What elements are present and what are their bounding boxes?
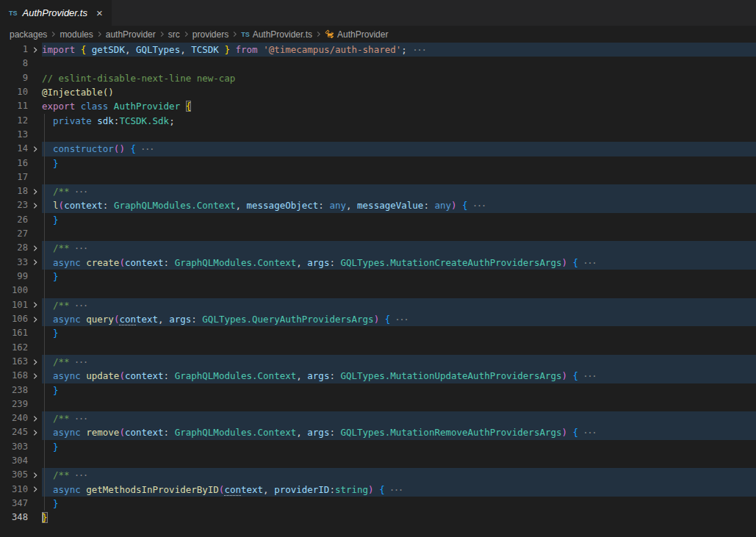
code-line-content[interactable]: async getMethodsInProviderByID(context, … [42, 483, 756, 497]
tab-authprovider-ts[interactable]: TS AuthProvider.ts × [0, 0, 112, 26]
code-line[interactable]: 347 } [0, 497, 756, 511]
code-editor[interactable]: 1import { getSDK, GQLTypes, TCSDK } from… [0, 43, 756, 525]
code-line[interactable]: 348} [0, 511, 756, 525]
code-line-content[interactable]: /** ··· [42, 241, 756, 255]
code-line-content[interactable] [42, 170, 756, 184]
code-line-content[interactable]: } [42, 326, 756, 340]
code-line-content[interactable]: l(context: GraphQLModules.Context, messa… [42, 198, 756, 212]
code-line-content[interactable]: /** ··· [42, 411, 756, 425]
code-line[interactable]: 11export class AuthProvider { [0, 99, 756, 113]
code-line[interactable]: 17 [0, 170, 756, 184]
code-line-content[interactable]: /** ··· [42, 355, 756, 369]
fold-chevron-icon[interactable] [28, 43, 42, 57]
code-line[interactable]: 16 } [0, 156, 756, 170]
code-line-content[interactable]: /** ··· [42, 298, 756, 312]
fold-chevron-icon[interactable] [28, 411, 42, 425]
code-line[interactable]: 8 [0, 57, 756, 71]
code-line-content[interactable] [42, 397, 756, 411]
code-line-content[interactable]: } [42, 383, 756, 397]
code-line-content[interactable]: /** ··· [42, 468, 756, 482]
code-line-content[interactable]: async query(context, args: GQLTypes.Quer… [42, 312, 756, 326]
code-line-content[interactable]: } [42, 497, 756, 511]
code-line-content[interactable]: async update(context: GraphQLModules.Con… [42, 369, 756, 383]
code-line[interactable]: 28 /** ··· [0, 241, 756, 255]
code-line[interactable]: 238 } [0, 383, 756, 397]
code-line[interactable]: 33 async create(context: GraphQLModules.… [0, 256, 756, 270]
code-token: AuthProvider [114, 101, 180, 112]
code-line[interactable]: 245 async remove(context: GraphQLModules… [0, 425, 756, 439]
breadcrumb-item-modules[interactable]: modules [60, 29, 93, 40]
code-line-content[interactable]: async remove(context: GraphQLModules.Con… [42, 425, 756, 439]
code-line-content[interactable]: @Injectable() [42, 85, 756, 99]
code-line-content[interactable]: // eslint-disable-next-line new-cap [42, 71, 756, 85]
code-line-content[interactable] [42, 57, 756, 71]
breadcrumb-item-src[interactable]: src [168, 29, 180, 40]
code-token: export [42, 101, 75, 112]
code-line-content[interactable] [42, 341, 756, 355]
code-line[interactable]: 240 /** ··· [0, 411, 756, 425]
code-line-content[interactable] [42, 454, 756, 468]
code-line-content[interactable] [42, 227, 756, 241]
fold-chevron-icon[interactable] [28, 425, 42, 439]
code-line[interactable]: 239 [0, 397, 756, 411]
breadcrumb-item-authprovider[interactable]: authProvider [106, 29, 156, 40]
code-line[interactable]: 168 async update(context: GraphQLModules… [0, 369, 756, 383]
code-line-content[interactable] [42, 128, 756, 142]
fold-chevron-icon[interactable] [28, 355, 42, 369]
breadcrumb-item-authprovider[interactable]: AuthProvider [325, 29, 388, 40]
code-line-content[interactable] [42, 284, 756, 298]
code-line-content[interactable]: } [42, 270, 756, 284]
code-line-content[interactable]: } [42, 213, 756, 227]
code-line-content[interactable]: import { getSDK, GQLTypes, TCSDK } from … [42, 43, 756, 57]
breadcrumb-item-providers[interactable]: providers [192, 29, 228, 40]
code-line[interactable]: 1import { getSDK, GQLTypes, TCSDK } from… [0, 43, 756, 57]
code-token [379, 314, 385, 325]
code-line[interactable]: 161 } [0, 326, 756, 340]
fold-chevron-icon[interactable] [28, 468, 42, 482]
code-line[interactable]: 9// eslint-disable-next-line new-cap [0, 71, 756, 85]
code-line[interactable]: 13 [0, 128, 756, 142]
fold-chevron-icon[interactable] [28, 198, 42, 212]
fold-chevron-icon[interactable] [28, 312, 42, 326]
code-line-content[interactable]: constructor() { ··· [42, 142, 756, 156]
code-line[interactable]: 101 /** ··· [0, 298, 756, 312]
code-line-content[interactable]: private sdk:TCSDK.Sdk; [42, 114, 756, 128]
fold-chevron-icon[interactable] [28, 241, 42, 255]
code-line[interactable]: 305 /** ··· [0, 468, 756, 482]
code-line[interactable]: 163 /** ··· [0, 355, 756, 369]
chevron-right-icon [231, 30, 239, 38]
code-line-content[interactable]: } [42, 511, 756, 525]
code-line[interactable]: 99 } [0, 270, 756, 284]
code-token: ··· [412, 44, 425, 55]
fold-chevron-icon[interactable] [28, 298, 42, 312]
code-line[interactable]: 18 /** ··· [0, 184, 756, 198]
fold-chevron-icon[interactable] [28, 483, 42, 497]
code-line-content[interactable]: /** ··· [42, 184, 756, 198]
breadcrumb-item-packages[interactable]: packages [10, 29, 47, 40]
code-line[interactable]: 27 [0, 227, 756, 241]
fold-chevron-icon[interactable] [28, 142, 42, 156]
code-line-content[interactable]: export class AuthProvider { [42, 99, 756, 113]
code-line[interactable]: 304 [0, 454, 756, 468]
fold-chevron-icon[interactable] [28, 369, 42, 383]
code-line[interactable]: 23 l(context: GraphQLModules.Context, me… [0, 198, 756, 212]
code-line-content[interactable]: } [42, 440, 756, 454]
code-line-content[interactable]: } [42, 156, 756, 170]
tab-label: AuthProvider.ts [23, 7, 87, 18]
code-token: text [241, 484, 263, 495]
code-line-content[interactable]: async create(context: GraphQLModules.Con… [42, 256, 756, 270]
code-line[interactable]: 26 } [0, 213, 756, 227]
code-token [180, 101, 186, 112]
breadcrumb-item-authprovider-ts[interactable]: TSAuthProvider.ts [241, 29, 312, 40]
code-line[interactable]: 310 async getMethodsInProviderByID(conte… [0, 483, 756, 497]
code-line[interactable]: 10@Injectable() [0, 85, 756, 99]
fold-chevron-icon[interactable] [28, 184, 42, 198]
code-line[interactable]: 100 [0, 284, 756, 298]
code-line[interactable]: 303 } [0, 440, 756, 454]
close-icon[interactable]: × [96, 7, 103, 18]
fold-chevron-icon[interactable] [28, 256, 42, 270]
code-line[interactable]: 12 private sdk:TCSDK.Sdk; [0, 114, 756, 128]
code-line[interactable]: 106 async query(context, args: GQLTypes.… [0, 312, 756, 326]
code-line[interactable]: 14 constructor() { ··· [0, 142, 756, 156]
code-line[interactable]: 162 [0, 341, 756, 355]
